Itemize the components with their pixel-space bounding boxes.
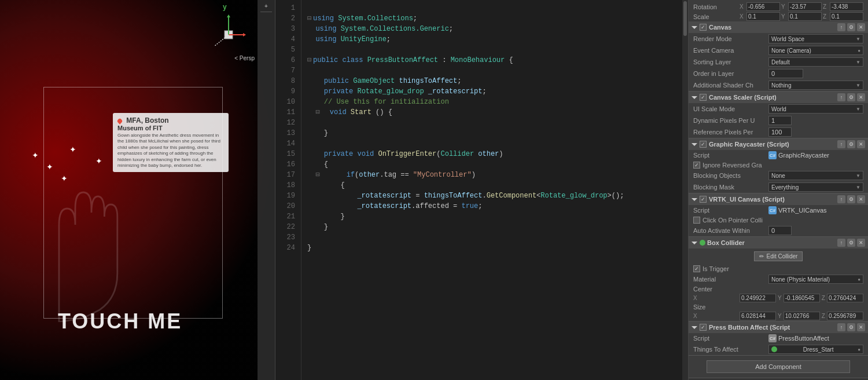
additional-shader-label: Additional Shader Ch [693,82,768,89]
canvas-icon-2[interactable]: ⚙ [847,23,855,31]
scale-y-input[interactable] [788,12,822,21]
canvas-icon-1[interactable]: ↑ [837,23,845,31]
svg-line-5 [214,35,229,46]
size-y-input[interactable] [784,312,820,320]
toolbar-btn[interactable]: + [264,3,268,9]
dropdown-arrow2: ● [858,48,860,53]
things-to-affect-row: Things To Affect Dress_Start ● [689,344,868,355]
event-camera-label: Event Camera [693,47,768,54]
edit-collider-icon: ✏ [759,253,764,260]
vrtk-icon-2[interactable]: ⚙ [847,195,855,203]
cs-icon-3[interactable]: ✕ [857,93,865,101]
bc-arrow [692,242,697,244]
gr-icons: ↑ ⚙ ✕ [837,140,865,148]
scale-z-input[interactable] [830,12,863,21]
center-z-input[interactable] [827,294,863,302]
rotation-row: Rotation X Y Z [689,2,868,12]
cs-icon-2[interactable]: ⚙ [847,93,855,101]
sorting-layer-dropdown[interactable]: Default ▼ [768,57,863,67]
dynamic-pixels-input[interactable] [768,116,792,125]
ignore-reversed-checkbox[interactable] [693,162,700,169]
graphic-raycaster-header[interactable]: Graphic Raycaster (Script) ↑ ⚙ ✕ [689,138,868,150]
reference-pixels-input[interactable] [768,127,792,137]
scale-x-input[interactable] [746,12,780,21]
canvas-section: Canvas ↑ ⚙ ✕ Render Mode World Space ▼ E… [689,21,868,92]
event-camera-dropdown[interactable]: None (Camera) ● [768,46,863,55]
is-trigger-checkbox[interactable] [693,265,700,272]
size-x-input[interactable] [740,312,776,320]
pb-checkbox[interactable] [700,324,707,331]
canvas-arrow [692,26,697,29]
dynamic-pixels-label: Dynamic Pixels Per U [693,117,768,124]
scale-row: Scale X Y Z [689,12,868,21]
add-component-button[interactable]: Add Component [707,360,850,373]
order-in-layer-input[interactable] [768,69,803,78]
canvas-icon-3[interactable]: ✕ [857,23,865,31]
canvas-scaler-arrow [692,96,697,99]
scene-toolbar: + [258,0,275,380]
script-icon: C# [768,151,777,159]
rotation-z-field: Z [823,2,863,11]
pb-script-row: Script C# PressButtonAffect [689,333,868,344]
rotation-z-input[interactable] [830,2,863,11]
center-y-input[interactable] [784,294,820,302]
box-collider-green-dot [700,240,705,246]
scale-x-field: X [740,12,780,21]
click-pointer-checkbox[interactable] [693,217,700,224]
render-mode-dropdown[interactable]: World Space ▼ [768,34,863,43]
scrollbar-thumb[interactable] [683,1,687,36]
edit-collider-button[interactable]: ✏ Edit Collider [754,251,803,261]
auto-activate-input[interactable] [768,226,792,235]
gr-script-label: Script [693,152,768,159]
code-text[interactable]: ⊟using System.Collections; using System.… [301,0,682,380]
material-dropdown[interactable]: None (Physic Material) ● [768,275,863,284]
inspector-scrollbar[interactable] [689,378,868,380]
canvas-scaler-checkbox[interactable] [700,94,707,101]
gr-checkbox[interactable] [700,141,707,148]
box-collider-header[interactable]: Box Collider ↑ ⚙ ✕ [689,237,868,249]
center-x-input[interactable] [740,294,776,302]
blocking-mask-dropdown[interactable]: Everything ▼ [768,182,863,192]
code-scrollbar[interactable] [682,0,688,380]
size-x-prefix: X [693,313,740,319]
canvas-scaler-header[interactable]: Canvas Scaler (Script) ↑ ⚙ ✕ [689,92,868,103]
pb-icon-2[interactable]: ⚙ [847,323,855,331]
vrtk-icon-1[interactable]: ↑ [837,195,845,203]
rotation-xyz: X Y Z [740,2,863,11]
vrtk-script-label: Script [693,207,768,214]
canvas-scaler-section: Canvas Scaler (Script) ↑ ⚙ ✕ UI Scale Mo… [689,92,868,138]
pb-title: Press Button Affect (Script [709,324,837,331]
scale-label: Scale [693,13,740,20]
gr-icon-2[interactable]: ⚙ [847,140,855,148]
vrtk-canvas-header[interactable]: VRTK_UI Canvas (Script) ↑ ⚙ ✕ [689,193,868,205]
order-in-layer-row: Order in Layer [689,68,868,79]
things-dropdown[interactable]: Dress_Start ● [768,345,863,354]
press-button-header[interactable]: Press Button Affect (Script ↑ ⚙ ✕ [689,321,868,333]
blocking-objects-dropdown[interactable]: None ▼ [768,171,863,180]
bc-icon-3[interactable]: ✕ [857,239,865,247]
additional-shader-dropdown[interactable]: Nothing ▼ [768,81,863,90]
gr-icon-1[interactable]: ↑ [837,140,845,148]
blocking-arrow: ▼ [856,173,860,178]
bc-icon-1[interactable]: ↑ [837,239,845,247]
canvas-checkbox[interactable] [700,24,707,31]
size-z-input[interactable] [827,312,863,320]
cs-icon-1[interactable]: ↑ [837,93,845,101]
rotation-x-input[interactable] [746,2,780,11]
scene-view: ✦ ✦ ✦ ✦ ✦ MFA, Boston Museum of FIT Gown… [0,0,275,380]
bc-icon-2[interactable]: ⚙ [847,239,855,247]
vrtk-icon-3[interactable]: ✕ [857,195,865,203]
gr-icon-3[interactable]: ✕ [857,140,865,148]
pb-icon-3[interactable]: ✕ [857,323,865,331]
rotation-y-input[interactable] [788,2,822,11]
code-content: 12345 678910 1112131415 1617181920 21222… [275,0,688,380]
auto-activate-label: Auto Activate Within [693,227,768,234]
gr-arrow [692,143,697,146]
pb-icon-1[interactable]: ↑ [837,323,845,331]
center-y-prefix: Y [776,295,784,301]
canvas-header[interactable]: Canvas ↑ ⚙ ✕ [689,21,868,33]
vrtk-checkbox[interactable] [700,196,707,203]
ui-scale-dropdown[interactable]: World ▼ [768,104,863,114]
things-dot [771,346,777,352]
svg-marker-4 [227,14,230,17]
